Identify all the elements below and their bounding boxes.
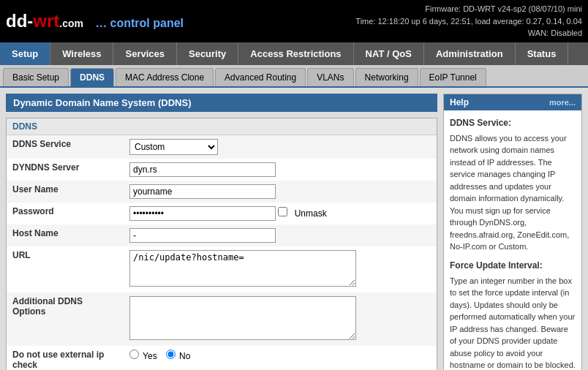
main-content: Dynamic Domain Name System (DDNS) DDNS D… — [0, 88, 588, 371]
sub-tab-eoip-tunnel[interactable]: EoIP Tunnel — [420, 68, 486, 86]
password-cell: Unmask — [124, 203, 437, 224]
additional-ddns-cell — [124, 292, 437, 346]
url-cell: /nic/update?hostname= — [124, 246, 437, 292]
external-ip-no-radio[interactable] — [166, 350, 176, 359]
nav-tab-access-restrictions[interactable]: Access Restrictions — [238, 42, 353, 65]
url-textarea[interactable]: /nic/update?hostname= — [129, 250, 356, 287]
external-ip-yes-radio[interactable] — [129, 350, 139, 359]
logo: dd-wrt.com … control panel — [6, 11, 184, 31]
external-ip-radio-group: Yes No — [129, 350, 431, 361]
ddns-form-section: DDNS DDNS Service Custom DynDNS freedns.… — [6, 118, 437, 371]
help-force-update-title: Force Update Interval: — [450, 259, 576, 272]
external-ip-no-label: No — [166, 350, 191, 361]
ddns-service-cell: Custom DynDNS freedns.afraid.org ZoneEdi… — [124, 135, 437, 159]
page-title: Dynamic Domain Name System (DDNS) — [6, 94, 437, 112]
wan-text: WAN: Disabled — [355, 27, 582, 39]
firmware-info: Firmware: DD-WRT v24-sp2 (08/07/10) mini… — [355, 3, 582, 39]
external-ip-label: Do not use external ip check — [7, 346, 124, 371]
help-ddns-service-title: DDNS Service: — [450, 116, 576, 129]
additional-ddns-label: Additional DDNS Options — [7, 292, 124, 346]
help-ddns-service-text: DDNS allows you to access your network u… — [450, 132, 576, 253]
logo-wrt: wrt — [33, 11, 59, 31]
dyndns-server-row: DYNDNS Server — [7, 159, 437, 181]
url-row: URL /nic/update?hostname= — [7, 246, 437, 292]
dyndns-server-label: DYNDNS Server — [7, 159, 124, 181]
external-ip-cell: Yes No — [124, 346, 437, 371]
username-label: User Name — [7, 181, 124, 203]
ddns-form-table: DDNS Service Custom DynDNS freedns.afrai… — [7, 135, 437, 371]
help-more-link[interactable]: more... — [549, 98, 576, 107]
hostname-label: Host Name — [7, 224, 124, 246]
nav-tab-security[interactable]: Security — [177, 42, 238, 65]
help-sidebar: Help more... DDNS Service: DDNS allows y… — [443, 94, 582, 371]
help-header: Help more... — [444, 94, 581, 110]
password-label: Password — [7, 203, 124, 224]
logo-com: .com — [59, 18, 83, 29]
unmask-checkbox[interactable] — [278, 207, 287, 216]
sub-tab-advanced-routing[interactable]: Advanced Routing — [215, 68, 306, 86]
external-ip-row: Do not use external ip check Yes No — [7, 346, 437, 371]
additional-ddns-row: Additional DDNS Options — [7, 292, 437, 346]
nav-tab-wireless[interactable]: Wireless — [50, 42, 113, 65]
nav-tabs: Setup Wireless Services Security Access … — [0, 42, 588, 65]
sub-tab-networking[interactable]: Networking — [355, 68, 418, 86]
dyndns-server-cell — [124, 159, 437, 181]
ddns-service-label: DDNS Service — [7, 135, 124, 159]
sub-tabs: Basic Setup DDNS MAC Address Clone Advan… — [0, 65, 588, 88]
hostname-input[interactable] — [129, 228, 276, 243]
nav-tab-nat-qos[interactable]: NAT / QoS — [354, 42, 424, 65]
nav-tab-setup[interactable]: Setup — [0, 42, 50, 65]
help-force-update-text: Type an integer number in the box to set… — [450, 275, 576, 371]
sub-tab-basic-setup[interactable]: Basic Setup — [3, 68, 69, 86]
ddns-service-row: DDNS Service Custom DynDNS freedns.afrai… — [7, 135, 437, 159]
external-ip-yes-label: Yes — [129, 350, 157, 361]
password-row: Password Unmask — [7, 203, 437, 224]
logo-dd: dd- — [6, 11, 33, 31]
nav-tab-status[interactable]: Status — [516, 42, 569, 65]
sub-tab-vlans[interactable]: VLANs — [307, 68, 353, 86]
help-title: Help — [450, 97, 469, 107]
firmware-text: Firmware: DD-WRT v24-sp2 (08/07/10) mini — [355, 3, 582, 15]
url-label: URL — [7, 246, 124, 292]
logo-panel: … control panel — [95, 17, 184, 29]
header: dd-wrt.com … control panel Firmware: DD-… — [0, 0, 588, 42]
unmask-label: Unmask — [295, 208, 327, 219]
sub-tab-ddns[interactable]: DDNS — [70, 68, 114, 86]
hostname-row: Host Name — [7, 224, 437, 246]
hostname-cell — [124, 224, 437, 246]
ddns-section-title: DDNS — [7, 118, 437, 135]
nav-tab-administration[interactable]: Administration — [424, 42, 516, 65]
password-input[interactable] — [129, 206, 276, 221]
additional-ddns-textarea[interactable] — [129, 296, 356, 340]
time-text: Time: 12:18:20 up 6 days, 22:51, load av… — [355, 15, 582, 28]
dyndns-server-input[interactable] — [129, 162, 276, 177]
nav-tab-services[interactable]: Services — [113, 42, 177, 65]
help-content: DDNS Service: DDNS allows you to access … — [444, 110, 581, 371]
ddns-service-select[interactable]: Custom DynDNS freedns.afraid.org ZoneEdi… — [129, 139, 218, 155]
username-row: User Name — [7, 181, 437, 203]
sub-tab-mac-address-clone[interactable]: MAC Address Clone — [116, 68, 214, 86]
content-area: Dynamic Domain Name System (DDNS) DDNS D… — [6, 94, 437, 371]
username-cell — [124, 181, 437, 203]
username-input[interactable] — [129, 184, 276, 199]
help-box: Help more... DDNS Service: DDNS allows y… — [443, 94, 582, 371]
